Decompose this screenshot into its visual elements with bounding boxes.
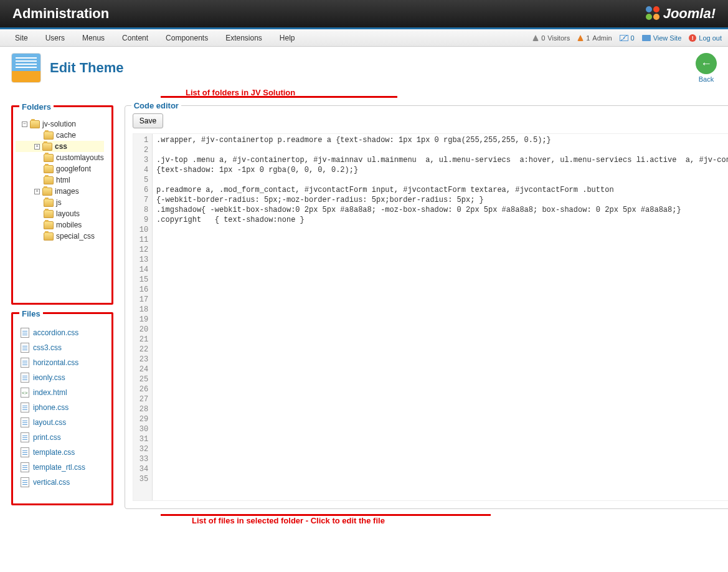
annotation-bottom: List of files in selected folder - Click… <box>11 514 717 525</box>
folder-icon <box>42 188 52 196</box>
editor-title: Code editor <box>131 101 181 110</box>
tree-item[interactable]: special_css <box>34 231 104 242</box>
page-title: Edit Theme <box>50 60 124 76</box>
menu-right: 0 Visitors 1 Admin 0 View Site ! Log out <box>532 34 722 42</box>
code-editor-panel: Code editor Save File loaded! 1234567891… <box>125 105 728 509</box>
logout-link[interactable]: ! Log out <box>689 34 722 42</box>
tree-item[interactable]: cache <box>34 130 104 141</box>
menubar: SiteUsersMenusContentComponentsExtension… <box>0 29 728 47</box>
tree-root[interactable]: − jv-solution <box>22 118 104 130</box>
folder-icon <box>44 165 54 173</box>
menu-item-site[interactable]: Site <box>6 30 37 46</box>
tree-item[interactable]: html <box>34 174 104 186</box>
logout-icon: ! <box>689 34 696 42</box>
folder-icon <box>44 176 54 184</box>
file-label: index.html <box>33 388 67 397</box>
file-label: template_rtl.css <box>33 463 85 472</box>
file-label: print.css <box>33 433 61 442</box>
menu-item-extensions[interactable]: Extensions <box>217 30 271 46</box>
expand-icon[interactable]: + <box>34 144 40 150</box>
tree-item[interactable]: mobiles <box>34 219 104 231</box>
tree-item[interactable]: +images <box>34 186 104 197</box>
file-item[interactable]: layout.css <box>21 415 104 430</box>
file-icon <box>21 358 29 368</box>
file-label: vertical.css <box>33 478 70 487</box>
save-button[interactable]: Save <box>133 113 163 128</box>
tree-label: layouts <box>56 209 80 218</box>
monitor-icon <box>642 35 651 41</box>
folder-icon <box>44 232 54 241</box>
mail-icon <box>620 35 628 41</box>
menu-item-help[interactable]: Help <box>271 30 304 46</box>
tree-label: mobiles <box>56 221 82 229</box>
file-label: horizontal.css <box>33 358 78 367</box>
tree-item[interactable]: layouts <box>34 208 104 219</box>
folder-icon <box>30 120 40 128</box>
view-site-link[interactable]: View Site <box>642 34 682 42</box>
person-icon <box>577 35 584 41</box>
tree-item[interactable]: +css <box>16 141 104 152</box>
file-label: layout.css <box>33 418 66 427</box>
folder-icon <box>44 221 54 229</box>
file-item[interactable]: vertical.css <box>21 475 104 490</box>
file-label: accordion.css <box>33 328 78 337</box>
file-item[interactable]: iphone.css <box>21 400 104 415</box>
file-item[interactable]: template.css <box>21 445 104 460</box>
file-icon <box>21 403 29 412</box>
expand-icon[interactable]: + <box>34 189 40 194</box>
theme-icon <box>11 53 41 83</box>
tree-label: images <box>55 187 79 196</box>
file-item[interactable]: print.css <box>21 430 104 445</box>
tree-label: js <box>56 198 62 207</box>
folders-title: Folders <box>19 102 54 112</box>
arrow-left-icon: ← <box>701 57 712 70</box>
file-icon <box>21 388 29 398</box>
messages-status[interactable]: 0 <box>620 34 635 42</box>
file-item[interactable]: horizontal.css <box>21 355 104 370</box>
back-button[interactable]: ← Back <box>696 53 717 83</box>
menu-item-menus[interactable]: Menus <box>73 30 113 46</box>
tree-item[interactable]: customlayouts <box>34 152 104 163</box>
menu-item-content[interactable]: Content <box>113 30 157 46</box>
content-area: Edit Theme ← Back List of folders in JV … <box>0 47 728 531</box>
right-column: Code editor Save File loaded! 1234567891… <box>125 105 728 509</box>
folder-icon <box>44 154 54 162</box>
file-icon <box>21 447 29 457</box>
folder-icon <box>42 143 52 151</box>
page-header: Edit Theme ← Back <box>11 53 717 83</box>
left-column: Folders − jv-solution cache+csscustomlay… <box>11 105 113 509</box>
file-item[interactable]: accordion.css <box>21 325 104 340</box>
files-title: Files <box>19 309 43 318</box>
file-item[interactable]: index.html <box>21 385 104 400</box>
joomla-icon <box>646 6 661 21</box>
file-icon <box>21 477 29 487</box>
person-icon <box>532 35 539 41</box>
menu-left: SiteUsersMenusContentComponentsExtension… <box>6 30 304 46</box>
code-editor[interactable]: 1234567891011121314151617181920212223242… <box>133 133 728 501</box>
tree-label: html <box>56 176 70 184</box>
file-icon <box>21 373 29 383</box>
folder-icon <box>44 210 54 218</box>
menu-item-users[interactable]: Users <box>37 30 73 46</box>
tree-item[interactable]: googlefont <box>34 163 104 174</box>
folder-tree: − jv-solution cache+csscustomlayoutsgoog… <box>21 113 104 242</box>
file-item[interactable]: css3.css <box>21 340 104 355</box>
tree-label: customlayouts <box>56 153 104 162</box>
file-icon <box>21 462 29 472</box>
file-icon <box>21 417 29 427</box>
menu-item-components[interactable]: Components <box>157 30 217 46</box>
tree-label: css <box>55 142 67 151</box>
file-icon <box>21 328 29 338</box>
file-item[interactable]: ieonly.css <box>21 370 104 385</box>
file-item[interactable]: template_rtl.css <box>21 460 104 475</box>
tree-item[interactable]: js <box>34 197 104 208</box>
code-content[interactable]: .wrapper, #jv-containertop p.readmore a … <box>153 134 728 500</box>
files-panel: Files accordion.csscss3.csshorizontal.cs… <box>11 312 113 505</box>
file-label: css3.css <box>33 343 62 352</box>
admins-status: 1 Admin <box>577 34 612 42</box>
folders-panel: Folders − jv-solution cache+csscustomlay… <box>11 105 113 305</box>
admin-title: Administration <box>12 6 109 22</box>
collapse-icon[interactable]: − <box>22 122 27 127</box>
annotation-top: List of folders in JV Solution <box>11 88 717 98</box>
tree-label: cache <box>56 131 76 140</box>
